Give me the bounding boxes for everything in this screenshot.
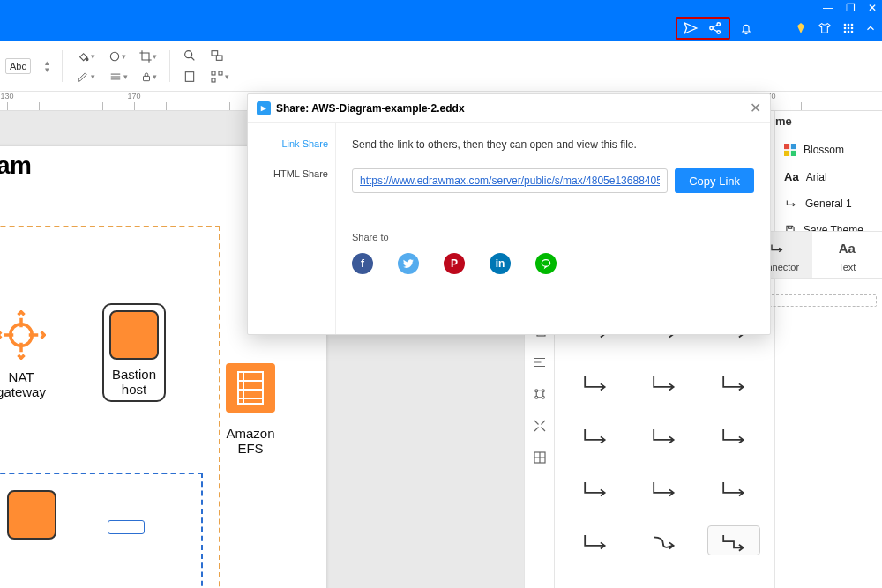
fill-tool-icon[interactable]: ▾ bbox=[75, 49, 95, 63]
connector-style-option[interactable] bbox=[569, 473, 622, 502]
diamond-icon[interactable] bbox=[794, 21, 808, 35]
font-aa-icon: Aa bbox=[784, 170, 799, 183]
share-to-label: Share to bbox=[352, 232, 754, 242]
amazon-efs-icon bbox=[222, 360, 279, 416]
amazon-efs-node[interactable]: Amazon EFS bbox=[222, 360, 279, 456]
shape-tool-icon[interactable]: ▾ bbox=[108, 49, 126, 63]
crop-tool-icon[interactable]: ▾ bbox=[138, 49, 157, 63]
connector-style-option[interactable] bbox=[569, 525, 622, 555]
svg-point-10 bbox=[848, 31, 850, 33]
share-buttons-highlight bbox=[676, 17, 730, 40]
titlebar: — ❐ ✕ bbox=[0, 0, 882, 16]
lock-tool-icon[interactable]: ▾ bbox=[140, 71, 157, 83]
page-fit-icon[interactable] bbox=[183, 70, 197, 84]
ruler-label: 130 bbox=[0, 92, 13, 100]
connector-style-option[interactable] bbox=[638, 525, 691, 555]
connector-style-option[interactable] bbox=[707, 473, 760, 502]
node-label: Amazon EFS bbox=[222, 426, 279, 456]
connector-style-option[interactable] bbox=[638, 420, 691, 450]
theme-item-label: Blossom bbox=[804, 144, 844, 156]
share-icon[interactable] bbox=[707, 20, 723, 36]
app-logo-icon: ▸ bbox=[257, 101, 271, 115]
connector-style-option[interactable] bbox=[707, 367, 760, 397]
window-minimize[interactable]: — bbox=[823, 3, 833, 13]
tab-text[interactable]: Aa Text bbox=[812, 231, 883, 279]
theme-general[interactable]: General 1 bbox=[781, 196, 877, 212]
nat-gateway-node[interactable]: NAT gateway bbox=[0, 310, 46, 399]
svg-rect-17 bbox=[185, 71, 193, 81]
distribute-tool-icon[interactable]: ▾ bbox=[209, 70, 229, 84]
save-layout-icon[interactable] bbox=[532, 450, 548, 469]
svg-point-3 bbox=[844, 24, 847, 26]
connector-style-option[interactable] bbox=[707, 525, 760, 555]
share-pinterest[interactable]: P bbox=[444, 253, 465, 274]
text-tab-icon: Aa bbox=[816, 241, 879, 258]
theme-item-label: Arial bbox=[806, 171, 827, 183]
distribute-v-icon[interactable] bbox=[532, 386, 548, 406]
share-line[interactable] bbox=[535, 253, 557, 274]
modal-description: Send the link to others, then they can o… bbox=[352, 138, 754, 151]
style-dropdown-icon[interactable]: ▴▾ bbox=[45, 59, 49, 73]
theme-arial[interactable]: Aa Arial bbox=[781, 168, 877, 185]
svg-point-2 bbox=[717, 31, 720, 33]
svg-rect-19 bbox=[219, 71, 222, 75]
pen-tool-icon[interactable]: ▾ bbox=[75, 71, 95, 83]
svg-rect-33 bbox=[784, 144, 789, 149]
connector-mini-icon bbox=[784, 197, 798, 210]
svg-rect-35 bbox=[784, 151, 789, 156]
connector-style-option[interactable] bbox=[707, 420, 760, 450]
connector-style-option[interactable] bbox=[569, 420, 622, 450]
svg-point-8 bbox=[851, 27, 854, 30]
bastion-host-icon bbox=[109, 310, 159, 360]
svg-point-6 bbox=[844, 27, 847, 30]
chevron-up-icon[interactable] bbox=[864, 22, 877, 34]
svg-point-14 bbox=[185, 50, 192, 57]
tab-html-share[interactable]: HTML Share bbox=[273, 168, 328, 179]
svg-rect-16 bbox=[216, 56, 222, 60]
align-tool-icon[interactable] bbox=[532, 354, 548, 374]
theme-blossom[interactable]: Blossom bbox=[781, 142, 877, 158]
send-icon[interactable] bbox=[683, 20, 699, 36]
bastion-host-node[interactable]: Bastion host bbox=[102, 303, 166, 402]
share-linkedin[interactable]: in bbox=[490, 253, 511, 274]
search-icon[interactable] bbox=[183, 48, 197, 63]
svg-point-23 bbox=[11, 324, 33, 346]
line-style-icon[interactable]: ▾ bbox=[108, 71, 128, 83]
connector-style-option[interactable] bbox=[638, 473, 691, 502]
replace-tool-icon[interactable] bbox=[209, 48, 225, 63]
theme-item-label: General 1 bbox=[805, 197, 852, 210]
connector-style-option[interactable] bbox=[638, 367, 691, 397]
tab-link-share[interactable]: Link Share bbox=[281, 138, 328, 149]
share-url-input[interactable] bbox=[352, 168, 668, 193]
svg-rect-13 bbox=[143, 76, 149, 80]
modal-close-button[interactable]: ✕ bbox=[750, 100, 761, 116]
svg-point-5 bbox=[851, 24, 854, 26]
nat-gateway-icon bbox=[0, 310, 46, 360]
svg-rect-34 bbox=[791, 144, 796, 149]
separator bbox=[169, 50, 170, 82]
svg-point-12 bbox=[110, 52, 118, 60]
text-style-box[interactable]: Abc bbox=[5, 58, 31, 74]
shirt-icon[interactable] bbox=[817, 21, 833, 35]
svg-point-4 bbox=[848, 24, 850, 26]
orange-node-shape[interactable] bbox=[7, 490, 56, 540]
svg-point-7 bbox=[848, 27, 850, 30]
toolbar-white: Abc ▴▾ ▾ ▾ ▾ ▾ ▾ ▾ ▾ bbox=[0, 41, 882, 92]
svg-rect-20 bbox=[212, 78, 215, 82]
window-maximize[interactable]: ❐ bbox=[846, 3, 856, 13]
svg-point-28 bbox=[534, 390, 537, 392]
grid-icon[interactable] bbox=[841, 21, 856, 35]
bell-icon[interactable] bbox=[739, 21, 753, 35]
toolbar-blue bbox=[0, 16, 882, 41]
share-facebook[interactable]: f bbox=[352, 253, 373, 274]
copy-link-button[interactable]: Copy Link bbox=[675, 168, 754, 193]
window-close[interactable]: ✕ bbox=[868, 3, 877, 13]
svg-rect-18 bbox=[212, 71, 215, 75]
share-twitter[interactable] bbox=[398, 253, 419, 274]
svg-point-30 bbox=[534, 396, 537, 398]
share-modal: ▸ Share: AWS-Diagram-example-2.eddx ✕ Li… bbox=[247, 93, 771, 335]
connector-style-option[interactable] bbox=[569, 367, 622, 397]
expand-tool-icon[interactable] bbox=[532, 418, 548, 437]
separator bbox=[62, 50, 63, 82]
small-label-box[interactable] bbox=[108, 520, 145, 534]
